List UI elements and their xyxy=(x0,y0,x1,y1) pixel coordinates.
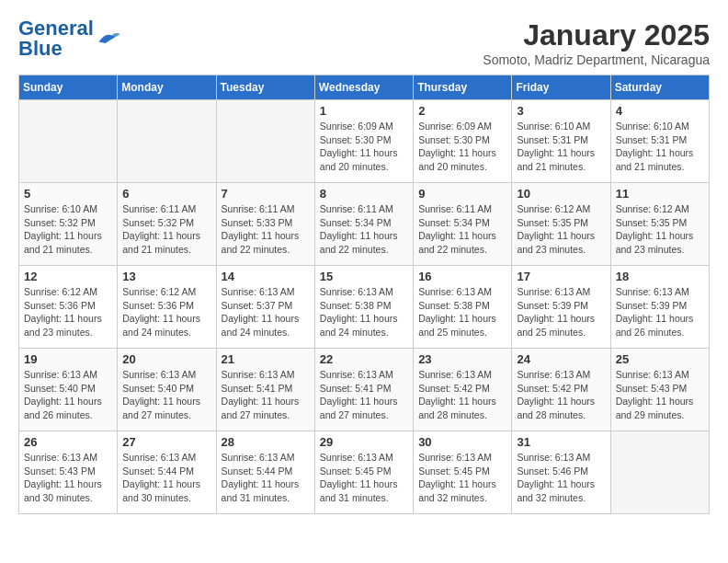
calendar-cell: 31Sunrise: 6:13 AM Sunset: 5:46 PM Dayli… xyxy=(512,431,610,514)
calendar-cell: 9Sunrise: 6:11 AM Sunset: 5:34 PM Daylig… xyxy=(414,183,512,266)
day-number: 28 xyxy=(222,435,310,449)
day-number: 1 xyxy=(320,104,408,118)
calendar-cell: 21Sunrise: 6:13 AM Sunset: 5:41 PM Dayli… xyxy=(216,349,314,431)
calendar-cell xyxy=(610,431,709,514)
logo-bird-icon xyxy=(96,29,121,49)
day-info: Sunrise: 6:12 AM Sunset: 5:36 PM Dayligh… xyxy=(122,285,210,339)
logo-text: General Blue xyxy=(18,18,94,59)
weekday-header-monday: Monday xyxy=(118,75,216,100)
calendar-cell: 5Sunrise: 6:10 AM Sunset: 5:32 PM Daylig… xyxy=(19,183,118,266)
day-number: 29 xyxy=(320,435,408,449)
calendar-cell: 3Sunrise: 6:10 AM Sunset: 5:31 PM Daylig… xyxy=(512,100,610,183)
day-info: Sunrise: 6:12 AM Sunset: 5:35 PM Dayligh… xyxy=(517,202,605,257)
calendar-cell: 8Sunrise: 6:11 AM Sunset: 5:34 PM Daylig… xyxy=(314,183,413,266)
day-info: Sunrise: 6:13 AM Sunset: 5:40 PM Dayligh… xyxy=(122,368,210,422)
day-info: Sunrise: 6:13 AM Sunset: 5:43 PM Dayligh… xyxy=(24,451,112,505)
day-info: Sunrise: 6:13 AM Sunset: 5:38 PM Dayligh… xyxy=(418,285,506,339)
day-number: 18 xyxy=(616,270,704,283)
day-number: 6 xyxy=(122,187,210,201)
day-info: Sunrise: 6:10 AM Sunset: 5:31 PM Dayligh… xyxy=(517,120,605,174)
calendar-cell: 11Sunrise: 6:12 AM Sunset: 5:35 PM Dayli… xyxy=(610,183,709,266)
calendar-cell: 4Sunrise: 6:10 AM Sunset: 5:31 PM Daylig… xyxy=(610,100,709,183)
logo: General Blue xyxy=(18,18,121,59)
calendar-cell: 27Sunrise: 6:13 AM Sunset: 5:44 PM Dayli… xyxy=(118,431,216,514)
day-info: Sunrise: 6:13 AM Sunset: 5:39 PM Dayligh… xyxy=(517,285,605,339)
day-number: 7 xyxy=(222,187,310,201)
day-info: Sunrise: 6:09 AM Sunset: 5:30 PM Dayligh… xyxy=(320,120,408,174)
calendar-cell: 23Sunrise: 6:13 AM Sunset: 5:42 PM Dayli… xyxy=(414,349,512,431)
day-info: Sunrise: 6:13 AM Sunset: 5:45 PM Dayligh… xyxy=(320,451,408,505)
day-info: Sunrise: 6:12 AM Sunset: 5:35 PM Dayligh… xyxy=(616,202,704,257)
calendar-cell: 29Sunrise: 6:13 AM Sunset: 5:45 PM Dayli… xyxy=(314,431,413,514)
day-number: 9 xyxy=(418,187,506,201)
logo-blue: Blue xyxy=(18,37,63,60)
day-info: Sunrise: 6:13 AM Sunset: 5:42 PM Dayligh… xyxy=(418,368,506,422)
day-info: Sunrise: 6:13 AM Sunset: 5:37 PM Dayligh… xyxy=(222,285,310,339)
calendar-cell: 24Sunrise: 6:13 AM Sunset: 5:42 PM Dayli… xyxy=(512,349,610,431)
calendar-cell: 12Sunrise: 6:12 AM Sunset: 5:36 PM Dayli… xyxy=(19,266,118,349)
weekday-header-wednesday: Wednesday xyxy=(314,75,413,100)
week-row-4: 19Sunrise: 6:13 AM Sunset: 5:40 PM Dayli… xyxy=(19,349,710,431)
calendar-cell: 14Sunrise: 6:13 AM Sunset: 5:37 PM Dayli… xyxy=(216,266,314,349)
week-row-3: 12Sunrise: 6:12 AM Sunset: 5:36 PM Dayli… xyxy=(19,266,710,349)
day-number: 14 xyxy=(222,270,310,283)
calendar-cell: 30Sunrise: 6:13 AM Sunset: 5:45 PM Dayli… xyxy=(414,431,512,514)
day-number: 11 xyxy=(616,187,704,201)
day-info: Sunrise: 6:11 AM Sunset: 5:33 PM Dayligh… xyxy=(222,202,310,257)
calendar-cell: 28Sunrise: 6:13 AM Sunset: 5:44 PM Dayli… xyxy=(216,431,314,514)
day-info: Sunrise: 6:13 AM Sunset: 5:43 PM Dayligh… xyxy=(616,368,704,422)
day-number: 3 xyxy=(517,104,605,118)
day-number: 31 xyxy=(517,435,605,449)
calendar-cell: 13Sunrise: 6:12 AM Sunset: 5:36 PM Dayli… xyxy=(118,266,216,349)
day-number: 16 xyxy=(418,270,506,283)
weekday-header-sunday: Sunday xyxy=(19,75,118,100)
day-info: Sunrise: 6:13 AM Sunset: 5:41 PM Dayligh… xyxy=(222,368,310,422)
day-number: 26 xyxy=(24,435,112,449)
week-row-2: 5Sunrise: 6:10 AM Sunset: 5:32 PM Daylig… xyxy=(19,183,710,266)
day-info: Sunrise: 6:11 AM Sunset: 5:32 PM Dayligh… xyxy=(122,202,210,257)
day-number: 20 xyxy=(122,352,210,366)
day-info: Sunrise: 6:13 AM Sunset: 5:41 PM Dayligh… xyxy=(320,368,408,422)
calendar-cell: 17Sunrise: 6:13 AM Sunset: 5:39 PM Dayli… xyxy=(512,266,610,349)
day-number: 10 xyxy=(517,187,605,201)
day-info: Sunrise: 6:10 AM Sunset: 5:31 PM Dayligh… xyxy=(616,120,704,174)
day-number: 15 xyxy=(320,270,408,283)
week-row-1: 1Sunrise: 6:09 AM Sunset: 5:30 PM Daylig… xyxy=(19,100,710,183)
day-info: Sunrise: 6:13 AM Sunset: 5:44 PM Dayligh… xyxy=(122,451,210,505)
weekday-header-row: SundayMondayTuesdayWednesdayThursdayFrid… xyxy=(19,75,710,100)
day-info: Sunrise: 6:13 AM Sunset: 5:38 PM Dayligh… xyxy=(320,285,408,339)
calendar-cell: 15Sunrise: 6:13 AM Sunset: 5:38 PM Dayli… xyxy=(314,266,413,349)
day-number: 4 xyxy=(616,104,704,118)
day-number: 19 xyxy=(24,352,112,366)
weekday-header-tuesday: Tuesday xyxy=(216,75,314,100)
weekday-header-saturday: Saturday xyxy=(610,75,709,100)
day-info: Sunrise: 6:11 AM Sunset: 5:34 PM Dayligh… xyxy=(320,202,408,257)
day-number: 2 xyxy=(418,104,506,118)
page-header: General Blue January 2025 Somoto, Madriz… xyxy=(18,18,710,67)
calendar-cell: 6Sunrise: 6:11 AM Sunset: 5:32 PM Daylig… xyxy=(118,183,216,266)
weekday-header-thursday: Thursday xyxy=(414,75,512,100)
calendar-cell xyxy=(118,100,216,183)
day-number: 25 xyxy=(616,352,704,366)
day-info: Sunrise: 6:12 AM Sunset: 5:36 PM Dayligh… xyxy=(24,285,112,339)
calendar-cell: 19Sunrise: 6:13 AM Sunset: 5:40 PM Dayli… xyxy=(19,349,118,431)
day-info: Sunrise: 6:13 AM Sunset: 5:44 PM Dayligh… xyxy=(222,451,310,505)
day-info: Sunrise: 6:13 AM Sunset: 5:45 PM Dayligh… xyxy=(418,451,506,505)
calendar-cell: 1Sunrise: 6:09 AM Sunset: 5:30 PM Daylig… xyxy=(314,100,413,183)
day-info: Sunrise: 6:11 AM Sunset: 5:34 PM Dayligh… xyxy=(418,202,506,257)
day-info: Sunrise: 6:10 AM Sunset: 5:32 PM Dayligh… xyxy=(24,202,112,257)
calendar-cell: 18Sunrise: 6:13 AM Sunset: 5:39 PM Dayli… xyxy=(610,266,709,349)
calendar-cell: 2Sunrise: 6:09 AM Sunset: 5:30 PM Daylig… xyxy=(414,100,512,183)
calendar-table: SundayMondayTuesdayWednesdayThursdayFrid… xyxy=(18,75,710,514)
title-block: January 2025 Somoto, Madriz Department, … xyxy=(483,18,710,67)
month-title: January 2025 xyxy=(483,18,710,52)
day-info: Sunrise: 6:09 AM Sunset: 5:30 PM Dayligh… xyxy=(418,120,506,174)
day-info: Sunrise: 6:13 AM Sunset: 5:42 PM Dayligh… xyxy=(517,368,605,422)
day-info: Sunrise: 6:13 AM Sunset: 5:40 PM Dayligh… xyxy=(24,368,112,422)
day-info: Sunrise: 6:13 AM Sunset: 5:46 PM Dayligh… xyxy=(517,451,605,505)
week-row-5: 26Sunrise: 6:13 AM Sunset: 5:43 PM Dayli… xyxy=(19,431,710,514)
day-number: 12 xyxy=(24,270,112,283)
day-number: 17 xyxy=(517,270,605,283)
subtitle: Somoto, Madriz Department, Nicaragua xyxy=(483,52,710,67)
calendar-cell xyxy=(19,100,118,183)
